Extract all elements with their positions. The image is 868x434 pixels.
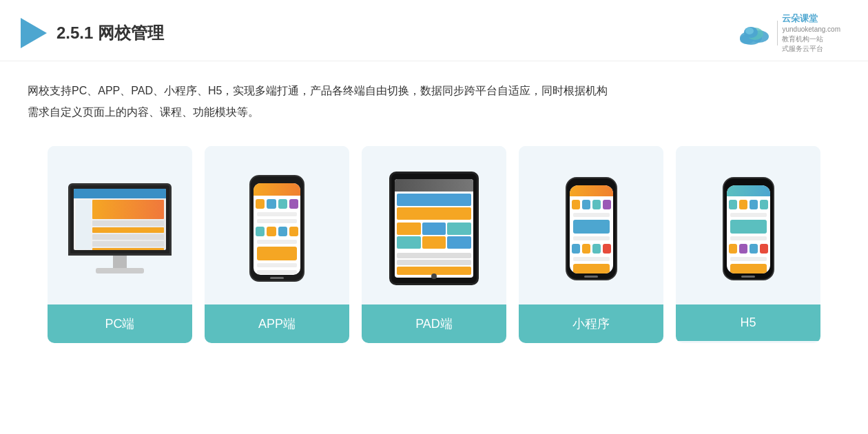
cloud-icon bbox=[737, 20, 773, 46]
pad-image-area bbox=[362, 146, 506, 304]
miniapp-phone-icon bbox=[566, 177, 617, 280]
pc-image-area bbox=[48, 146, 192, 304]
device-card-miniapp: 小程序 bbox=[519, 146, 663, 343]
pc-monitor-icon bbox=[68, 183, 172, 273]
description-line1: 网校支持PC、APP、PAD、小程序、H5，实现多端打通，产品各终端自由切换，数… bbox=[28, 81, 840, 101]
device-card-pad: PAD端 bbox=[362, 146, 506, 343]
pad-label: PAD端 bbox=[362, 304, 506, 343]
pad-tablet-icon bbox=[389, 172, 479, 285]
svg-point-5 bbox=[745, 28, 754, 34]
header-left: 2.5.1 网校管理 bbox=[21, 18, 164, 48]
device-card-h5: H5 bbox=[676, 146, 820, 343]
description-text: 网校支持PC、APP、PAD、小程序、H5，实现多端打通，产品各终端自由切换，数… bbox=[0, 61, 868, 132]
device-card-app: APP端 bbox=[205, 146, 349, 343]
brand-text: 云朵课堂 yunduoketang.com 教育机构一站式服务云平台 bbox=[782, 12, 840, 54]
h5-image-area bbox=[676, 146, 820, 304]
logo-triangle-icon bbox=[21, 18, 47, 48]
brand-divider bbox=[777, 21, 778, 45]
page-title: 2.5.1 网校管理 bbox=[56, 22, 164, 44]
app-label: APP端 bbox=[205, 304, 349, 343]
pc-label: PC端 bbox=[48, 304, 192, 343]
device-cards-section: PC端 bbox=[0, 132, 868, 364]
h5-label: H5 bbox=[676, 304, 820, 341]
miniapp-label: 小程序 bbox=[519, 304, 663, 343]
app-image-area bbox=[205, 146, 349, 304]
h5-phone-icon bbox=[723, 177, 774, 280]
app-phone-icon bbox=[249, 175, 304, 282]
brand-logo: 云朵课堂 yunduoketang.com 教育机构一站式服务云平台 bbox=[737, 12, 840, 54]
description-line2: 需求自定义页面上的内容、课程、功能模块等。 bbox=[28, 102, 840, 123]
device-card-pc: PC端 bbox=[48, 146, 192, 343]
miniapp-image-area bbox=[519, 146, 663, 304]
page-header: 2.5.1 网校管理 云朵课堂 yunduoketang.com 教育机构一站式… bbox=[0, 0, 868, 61]
